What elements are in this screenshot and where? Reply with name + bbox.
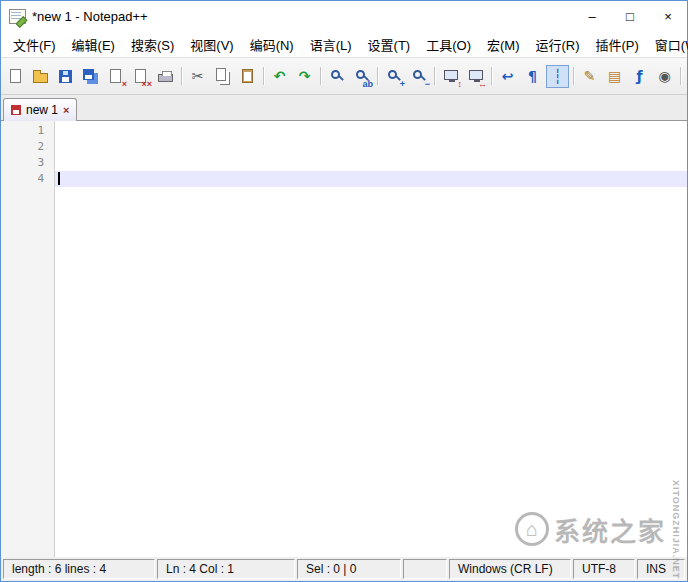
menu-run[interactable]: 运行(R) [527,31,587,58]
function-list-button[interactable]: ƒ [628,65,651,88]
zoom-out-badge: − [425,80,430,89]
line-number-column: 1234 [1,123,54,187]
status-length-lines: length : 6 lines : 4 [3,559,155,579]
menu-view[interactable]: 视图(V) [182,31,241,58]
define-language-button[interactable]: ✎ [578,65,601,88]
monitoring-button[interactable]: ◉ [653,65,676,88]
close-file-badge: × [122,80,127,89]
menu-encoding[interactable]: 编码(N) [242,31,302,58]
define-language-icon: ✎ [584,69,596,83]
toolbar-items: ×××✂↶↷ab+−↕↔↩¶┆✎▤ƒ◉●▶ [3,65,688,88]
find-icon [331,70,340,79]
new-file-button[interactable] [4,65,27,88]
zoom-in-icon [388,70,397,79]
toolbar: ×××✂↶↷ab+−↕↔↩¶┆✎▤ƒ◉●▶ » [1,57,687,95]
redo-button[interactable]: ↷ [293,65,316,88]
text-area[interactable] [55,121,687,557]
editor-line-1[interactable] [55,123,687,139]
zoom-out-button[interactable]: − [407,65,430,88]
menu-search[interactable]: 搜索(S) [123,31,182,58]
status-selection: Sel : 0 | 0 [297,559,401,579]
replace-icon [356,70,365,79]
copy-button[interactable] [211,65,234,88]
undo-button[interactable]: ↶ [268,65,291,88]
monitoring-icon: ◉ [658,69,670,83]
menu-window[interactable]: 窗口(W) [647,31,688,58]
document-map-button[interactable]: ▤ [603,65,626,88]
title-bar[interactable]: *new 1 - Notepad++ – □ × [1,1,687,31]
status-insert-mode: INS [637,559,685,579]
menu-language[interactable]: 语言(L) [302,31,360,58]
open-file-icon [33,73,48,83]
replace-badge: ab [362,80,373,89]
status-bar: length : 6 lines : 4Ln : 4 Col : 1Sel : … [1,557,687,581]
sync-vertical-scroll-badge: ↕ [458,80,463,89]
paste-icon [242,69,253,83]
menu-bar-items: 文件(F)编辑(E)搜索(S)视图(V)编码(N)语言(L)设置(T)工具(O)… [5,31,688,58]
menu-tools[interactable]: 工具(O) [418,31,479,58]
tab-label: new 1 [26,103,58,117]
maximize-button[interactable]: □ [611,1,649,31]
window-title: *new 1 - Notepad++ [32,9,148,24]
menu-file[interactable]: 文件(F) [5,31,64,58]
print-icon [158,74,173,82]
editor-line-2[interactable] [55,139,687,155]
line-number-1: 1 [1,123,54,139]
close-all-badge: ×× [141,80,152,89]
line-number-4: 4 [1,171,54,187]
undo-icon: ↶ [274,69,286,83]
new-file-icon [10,69,21,83]
function-list-icon: ƒ [636,69,642,83]
zoom-out-icon [413,70,422,79]
open-file-button[interactable] [29,65,52,88]
replace-button[interactable]: ab [350,65,373,88]
cut-button[interactable]: ✂ [186,65,209,88]
toolbar-separator [434,67,435,85]
line-number-gutter: 1234 [1,121,55,557]
sync-horizontal-scroll-badge: ↔ [478,80,487,89]
sync-horizontal-scroll-button[interactable]: ↔ [464,65,487,88]
status-eol-format: Windows (CR LF) [449,559,571,579]
close-button[interactable]: × [649,1,687,31]
line-number-2: 2 [1,139,54,155]
show-indent-guide-button[interactable]: ┆ [546,65,569,88]
status-encoding: UTF-8 [573,559,635,579]
word-wrap-icon: ↩ [502,69,514,83]
tab-close-icon[interactable]: × [63,105,69,116]
show-all-characters-button[interactable]: ¶ [521,65,544,88]
sync-vertical-scroll-icon [444,70,458,80]
find-button[interactable] [325,65,348,88]
notepad-plus-plus-icon [9,9,26,24]
status-spacer [403,559,447,579]
toolbar-separator [263,67,264,85]
toolbar-separator [320,67,321,85]
print-button[interactable] [154,65,177,88]
editor-line-4[interactable] [55,171,687,187]
toolbar-separator [181,67,182,85]
sync-vertical-scroll-button[interactable]: ↕ [439,65,462,88]
menu-edit[interactable]: 编辑(E) [64,31,123,58]
toolbar-separator [573,67,574,85]
close-file-button[interactable]: × [104,65,127,88]
close-file-icon [110,69,121,83]
window-controls: – □ × [573,1,687,31]
editor[interactable]: 1234 [1,121,687,557]
zoom-in-badge: + [400,80,405,89]
save-all-icon [83,69,94,80]
save-all-button[interactable] [79,65,102,88]
close-all-button[interactable]: ×× [129,65,152,88]
minimize-button[interactable]: – [573,1,611,31]
unsaved-indicator-icon [11,105,21,115]
editor-line-3[interactable] [55,155,687,171]
line-number-3: 3 [1,155,54,171]
menu-settings[interactable]: 设置(T) [360,31,419,58]
menu-plugins[interactable]: 插件(P) [588,31,647,58]
save-file-button[interactable] [54,65,77,88]
toolbar-separator [680,67,681,85]
paste-button[interactable] [236,65,259,88]
menu-macro[interactable]: 宏(M) [479,31,528,58]
show-indent-guide-icon: ┆ [553,69,561,83]
word-wrap-button[interactable]: ↩ [496,65,519,88]
zoom-in-button[interactable]: + [382,65,405,88]
tab-new-1[interactable]: new 1 × [3,98,77,121]
